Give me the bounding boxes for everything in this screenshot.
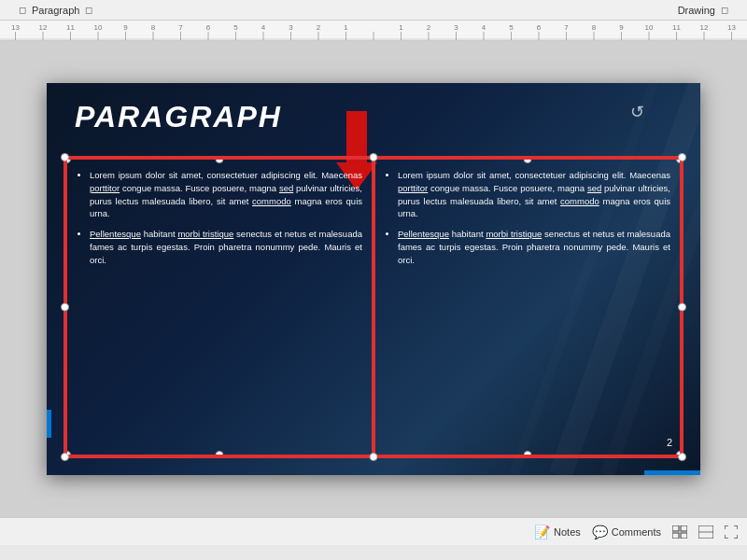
svg-text:3: 3: [454, 23, 458, 32]
svg-text:12: 12: [39, 23, 48, 32]
svg-text:9: 9: [123, 23, 128, 32]
left-box-handle-tc[interactable]: [216, 158, 224, 163]
right-box-handle-tc[interactable]: [524, 158, 532, 163]
left-box-handle-bc[interactable]: [216, 451, 224, 456]
svg-text:2: 2: [317, 23, 321, 32]
svg-text:5: 5: [233, 23, 238, 32]
fit-button[interactable]: [725, 525, 738, 539]
svg-text:11: 11: [672, 23, 681, 32]
svg-rect-61: [681, 533, 687, 539]
view-normal-button[interactable]: [672, 525, 687, 539]
svg-text:9: 9: [619, 23, 624, 32]
ruler: 1312111098765432112345678910111213: [0, 21, 747, 41]
svg-text:10: 10: [94, 23, 103, 32]
normal-view-icon: [672, 525, 687, 539]
svg-rect-60: [672, 533, 679, 539]
handle-mid-left[interactable]: [61, 303, 69, 312]
right-list-item-1: Lorem ipsum dolor sit amet, consectetuer…: [398, 169, 670, 220]
right-list-item-2: Pellentesque habitant morbi tristique se…: [398, 228, 670, 266]
rotate-handle[interactable]: ↺: [630, 102, 644, 122]
svg-text:12: 12: [700, 23, 709, 32]
handle-mid-right[interactable]: [678, 303, 686, 312]
paragraph-label: Paragraph: [32, 5, 79, 16]
notes-button[interactable]: 📝 Notes: [534, 525, 581, 539]
notes-label: Notes: [554, 526, 581, 538]
toolbar: ◻ Paragraph ◻ Drawing ◻: [0, 0, 747, 21]
svg-rect-58: [672, 525, 679, 531]
svg-rect-59: [681, 525, 687, 531]
notes-icon: 📝: [534, 525, 550, 539]
svg-text:1: 1: [344, 23, 348, 32]
svg-text:2: 2: [427, 23, 431, 32]
comments-icon: 💬: [592, 525, 608, 539]
handle-top-center[interactable]: [370, 153, 378, 161]
drawing-label: Drawing: [678, 5, 715, 16]
collapse-icon-left2[interactable]: ◻: [85, 5, 92, 15]
slide-title: PARAGRAPH: [75, 100, 282, 134]
slide: PARAGRAPH ↺: [47, 83, 700, 475]
svg-text:3: 3: [289, 23, 293, 32]
left-list-item-1: Lorem ipsum dolor sit amet, consectetuer…: [90, 169, 362, 220]
handle-bottom-center[interactable]: [370, 453, 378, 461]
right-box-handle-bc[interactable]: [524, 451, 532, 456]
collapse-icon-right[interactable]: ◻: [721, 5, 728, 15]
svg-text:4: 4: [261, 23, 266, 32]
svg-text:11: 11: [66, 23, 75, 32]
left-list-item-2: Pellentesque habitant morbi tristique se…: [90, 228, 362, 266]
svg-text:7: 7: [178, 23, 183, 32]
blue-accent-bottom: [644, 470, 700, 475]
page-number: 2: [667, 436, 672, 451]
svg-text:5: 5: [509, 23, 514, 32]
svg-text:8: 8: [592, 23, 597, 32]
svg-text:6: 6: [206, 23, 211, 32]
comments-label: Comments: [612, 526, 661, 538]
main-area: PARAGRAPH ↺: [0, 41, 747, 517]
collapse-icon-left[interactable]: ◻: [19, 5, 26, 15]
svg-text:10: 10: [645, 23, 654, 32]
drawing-section: Drawing ◻: [678, 5, 728, 16]
svg-text:6: 6: [537, 23, 542, 32]
comments-button[interactable]: 💬 Comments: [592, 525, 661, 539]
right-text-list: Lorem ipsum dolor sit amet, consectetuer…: [385, 169, 670, 266]
ruler-svg: 1312111098765432112345678910111213: [0, 21, 747, 40]
svg-text:1: 1: [399, 23, 403, 32]
right-text-box[interactable]: Lorem ipsum dolor sit amet, consectetuer…: [374, 158, 682, 456]
svg-text:7: 7: [564, 23, 569, 32]
content-area: Lorem ipsum dolor sit amet, consectetuer…: [63, 156, 684, 458]
fit-icon: [725, 525, 738, 539]
svg-text:13: 13: [11, 23, 20, 32]
paragraph-section: ◻ Paragraph ◻: [19, 5, 92, 16]
svg-text:13: 13: [727, 23, 736, 32]
outline-view-icon: [698, 525, 713, 539]
svg-text:4: 4: [482, 23, 486, 32]
bottom-bar: 📝 Notes 💬 Comments: [0, 517, 747, 545]
svg-text:8: 8: [151, 23, 156, 32]
view-outline-button[interactable]: [698, 525, 713, 539]
left-text-list: Lorem ipsum dolor sit amet, consectetuer…: [77, 169, 362, 266]
left-text-box[interactable]: Lorem ipsum dolor sit amet, consectetuer…: [65, 158, 374, 456]
blue-accent-left: [47, 410, 51, 438]
